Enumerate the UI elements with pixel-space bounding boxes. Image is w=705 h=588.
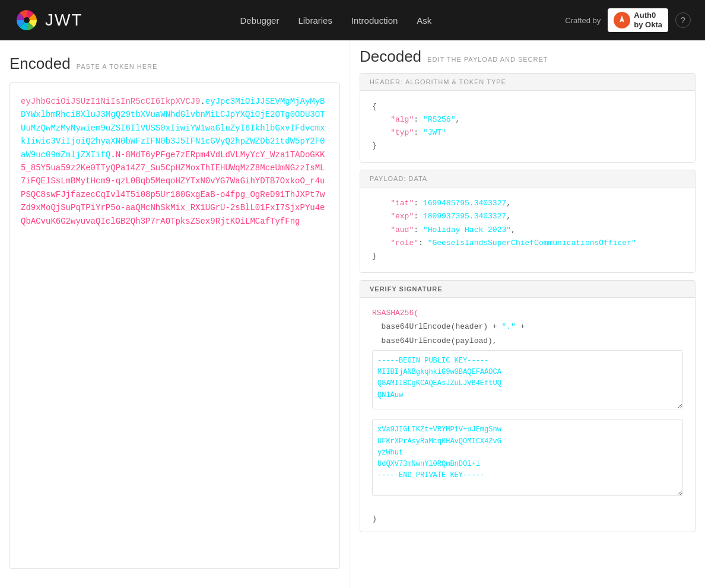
nav-link-libraries[interactable]: Libraries: [298, 15, 332, 26]
header-section: HEADER: ALGORITHM & TOKEN TYPE { "alg": …: [360, 73, 696, 163]
right-panel: Decoded EDIT THE PAYLOAD AND SECRET HEAD…: [350, 40, 705, 588]
main-container: Encoded PASTE A TOKEN HERE eyJhbGciOiJSU…: [0, 40, 705, 588]
encoded-header: Encoded PASTE A TOKEN HERE: [9, 55, 340, 73]
verify-line2: base64UrlEncode(payload),: [382, 336, 497, 345]
verify-content: RSASHA256( base64UrlEncode(header) + "."…: [360, 298, 695, 512]
role-value: GeeseIslandsSuperChiefCommunicationsOffi…: [432, 239, 631, 247]
verify-section: VERIFY SIGNATURE RSASHA256( base64UrlEnc…: [360, 280, 696, 532]
private-key-input[interactable]: [372, 419, 683, 496]
left-panel: Encoded PASTE A TOKEN HERE eyJhbGciOiJSU…: [0, 40, 350, 588]
verify-label: VERIFY SIGNATURE: [370, 285, 443, 293]
navbar: JWT Debugger Libraries Introduction Ask …: [0, 0, 705, 40]
payload-label: PAYLOAD:: [370, 175, 406, 182]
public-key-input[interactable]: [372, 350, 683, 409]
crafted-by-label: Crafted by: [565, 16, 601, 25]
encoded-title: Encoded: [9, 55, 71, 73]
nav-link-debugger[interactable]: Debugger: [240, 15, 280, 26]
nav-right: Crafted by Auth0 by Okta ?: [565, 8, 691, 31]
header-label-bar: HEADER: ALGORITHM & TOKEN TYPE: [360, 74, 695, 91]
auth0-icon: [614, 12, 630, 28]
verify-line1: base64UrlEncode(header) + "." +: [382, 322, 525, 331]
verify-close: ): [360, 512, 695, 532]
payload-section: PAYLOAD: DATA "iat": 1699485795.3403327,…: [360, 170, 696, 272]
logo-icon: [14, 8, 39, 33]
verify-func: RSASHA256(: [372, 309, 418, 317]
payload-label-sub: DATA: [408, 175, 427, 182]
encoded-box[interactable]: eyJhbGciOiJSUzI1NiIsInR5cCI6IkpXVCJ9.eyJ…: [9, 82, 340, 569]
verify-label-bar: VERIFY SIGNATURE: [360, 281, 695, 298]
auth0-text: Auth0 by Okta: [634, 11, 662, 29]
nav-links: Debugger Libraries Introduction Ask: [107, 15, 566, 26]
aud-value: Holiday Hack 2023: [428, 225, 507, 234]
token-part1: eyJhbGciOiJSUzI1NiIsInR5cCI6IkpXVCJ9: [21, 97, 200, 106]
header-content: { "alg": "RS256", "typ": "JWT" }: [360, 91, 695, 162]
svg-point-1: [24, 17, 30, 23]
decoded-subtitle: EDIT THE PAYLOAD AND SECRET: [427, 56, 548, 63]
decoded-header: Decoded EDIT THE PAYLOAD AND SECRET: [360, 47, 696, 66]
help-button[interactable]: ?: [675, 12, 691, 28]
token-part3: N-8MdT6yPFge7zERpm4VdLdVLMyYcY_Wza1TADoG…: [21, 150, 325, 226]
header-label-sub: ALGORITHM & TOKEN TYPE: [405, 78, 506, 85]
payload-content: "iat": 1699485795.3403327, "exp": 180993…: [360, 187, 695, 272]
nav-link-ask[interactable]: Ask: [417, 15, 431, 26]
header-label: HEADER:: [370, 78, 403, 85]
logo: JWT: [14, 8, 83, 33]
nav-link-introduction[interactable]: Introduction: [351, 15, 398, 26]
encoded-subtitle: PASTE A TOKEN HERE: [77, 63, 158, 70]
decoded-title: Decoded: [360, 47, 421, 66]
auth0-badge: Auth0 by Okta: [608, 8, 668, 31]
logo-text: JWT: [45, 11, 83, 30]
payload-label-bar: PAYLOAD: DATA: [360, 170, 695, 187]
